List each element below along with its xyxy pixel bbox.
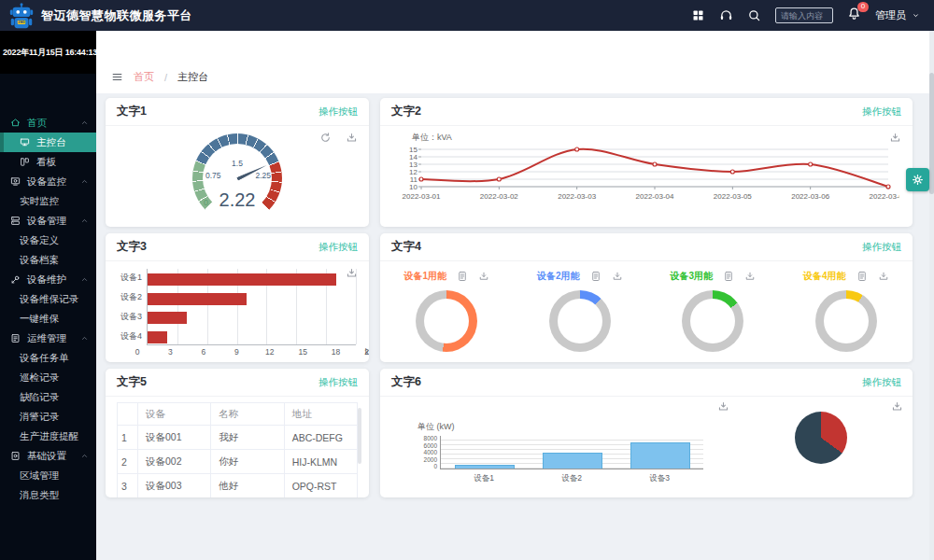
card3-action-button[interactable]: 操作按钮 <box>318 241 358 254</box>
donut-group-3: 设备3用能 <box>646 269 780 352</box>
sidebar-item-2-0[interactable]: 设备定义 <box>0 231 96 250</box>
bar-设备3 <box>630 442 690 469</box>
bar-chart-vertical: 80006000400020000 <box>417 436 703 469</box>
refresh-icon[interactable] <box>319 132 332 144</box>
table-cell: OPQ-RST <box>284 474 357 498</box>
sidebar-item-2-1[interactable]: 设备档案 <box>0 250 96 270</box>
card6-action-button[interactable]: 操作按钮 <box>862 376 901 389</box>
svg-text:2022-03-07: 2022-03-07 <box>870 192 899 201</box>
document-icon[interactable] <box>856 271 868 282</box>
sidebar-group-2[interactable]: 设备管理 <box>0 211 96 231</box>
download-icon[interactable] <box>612 271 623 282</box>
table-header: 名称 <box>211 403 284 426</box>
app-title: 智迈德智慧物联微服务平台 <box>41 7 192 24</box>
sidebar-item-1-0[interactable]: 实时监控 <box>0 191 96 211</box>
document-icon[interactable] <box>723 271 734 282</box>
bar-category-label: 设备4 <box>115 330 142 343</box>
card5-title: 文字5 <box>117 374 147 390</box>
card-text2: 文字2 操作按钮 单位：kVA 1011121314152022-03-0120… <box>380 98 913 227</box>
sidebar-menu: 首页主控台看板设备监控实时监控设备管理设备定义设备档案设备维护设备维保记录一键维… <box>0 113 96 505</box>
table-cell: 2 <box>118 450 138 474</box>
sidebar-group-4[interactable]: 运维管理 <box>0 329 96 348</box>
card4-action-button[interactable]: 操作按钮 <box>862 241 901 254</box>
sidebar-item-3-0[interactable]: 设备维保记录 <box>0 289 96 309</box>
line-chart: 1011121314152022-03-012022-03-022022-03-… <box>388 144 899 205</box>
bar-设备1 <box>455 465 515 469</box>
table-cell: 你好 <box>211 450 284 474</box>
sidebar-item-5-0[interactable]: 区域管理 <box>0 466 96 485</box>
sidebar-item-3-1[interactable]: 一键维保 <box>0 309 96 329</box>
table-cell: 设备001 <box>138 426 211 450</box>
gear-icon <box>911 173 925 187</box>
sidebar-group-5[interactable]: 基础设置 <box>0 446 96 466</box>
user-menu[interactable]: 管理员 <box>875 8 921 22</box>
table-cell: 他好 <box>211 474 284 498</box>
table-cell: 设备003 <box>138 474 211 498</box>
card5-action-button[interactable]: 操作按钮 <box>318 376 358 389</box>
sidebar-item-4-1[interactable]: 巡检记录 <box>0 368 96 387</box>
download-icon[interactable] <box>744 271 756 282</box>
table-header: 地址 <box>284 403 357 426</box>
download-icon[interactable] <box>478 271 489 282</box>
robot-logo-icon: ZMD <box>7 2 35 30</box>
sidebar-item-4-2[interactable]: 缺陷记录 <box>0 387 96 407</box>
notifications[interactable]: 0 <box>847 7 861 24</box>
breadcrumb-current: 主控台 <box>177 70 208 84</box>
chevron-up-icon <box>80 334 89 343</box>
sidebar-item-0-1[interactable]: 看板 <box>0 152 96 172</box>
download-icon[interactable] <box>346 132 358 144</box>
document-icon[interactable] <box>457 271 468 282</box>
table-cell: ABC-DEFG <box>284 426 357 450</box>
search-input[interactable] <box>775 7 833 23</box>
x-axis-labels: 设备1设备2设备3 <box>440 473 703 484</box>
table-cell: 我好 <box>211 426 284 450</box>
bar-设备4 <box>148 331 167 343</box>
download-icon[interactable] <box>346 267 358 279</box>
sidebar-item-4-0[interactable]: 设备任务单 <box>0 348 96 368</box>
donut-label: 设备1用能 <box>403 270 446 283</box>
card6-title: 文字6 <box>391 374 421 390</box>
table-cell: 3 <box>118 474 138 498</box>
table-header <box>118 403 138 426</box>
table-row: 3设备003他好OPQ-RST <box>118 474 358 498</box>
sidebar: 2022年11月15日 16:44:13 首页主控台看板设备监控实时监控设备管理… <box>0 31 96 560</box>
sidebar-group-3[interactable]: 设备维护 <box>0 270 96 289</box>
search-icon[interactable] <box>747 8 761 22</box>
headset-icon[interactable] <box>719 8 733 22</box>
scrollbar-thumb[interactable] <box>929 73 934 194</box>
dashboard-grid: 文字1 操作按钮 1.5 0.75 2.25 0 3 <box>96 93 934 497</box>
download-icon[interactable] <box>891 400 903 413</box>
sidebar-item-5-1[interactable]: 消息类型 <box>0 485 96 505</box>
download-icon[interactable] <box>717 400 729 413</box>
table-row: 1设备001我好ABC-DEFG <box>118 426 358 450</box>
notification-badge: 0 <box>857 2 869 12</box>
sidebar-datetime: 2022年11月15日 16:44:13 <box>0 31 96 74</box>
download-icon[interactable] <box>889 132 901 144</box>
hamburger-icon[interactable] <box>111 71 123 83</box>
card-text6: 文字6 操作按钮 单位 (kW) 80006000400020000 设备1设备… <box>380 369 913 497</box>
sidebar-item-0-0[interactable]: 主控台 <box>0 133 96 152</box>
card2-action-button[interactable]: 操作按钮 <box>862 105 901 119</box>
sidebar-item-4-4[interactable]: 生产进度提醒 <box>0 427 96 446</box>
device-icon <box>10 216 21 226</box>
chevron-down-icon <box>911 10 921 21</box>
sidebar-item-4-3[interactable]: 消警记录 <box>0 407 96 427</box>
card1-action-button[interactable]: 操作按钮 <box>318 105 358 119</box>
table-scrollbar[interactable] <box>358 408 361 464</box>
download-icon[interactable] <box>878 271 889 282</box>
table-cell: 1 <box>118 426 138 450</box>
document-icon[interactable] <box>590 271 601 282</box>
donut-chart <box>549 290 611 352</box>
main-area: 首页 / 主控台 文字1 操作按钮 <box>96 31 934 560</box>
svg-text:11: 11 <box>410 175 418 184</box>
sidebar-group-0[interactable]: 首页 <box>0 113 96 133</box>
apps-grid-icon[interactable] <box>691 8 705 22</box>
svg-text:2022-03-01: 2022-03-01 <box>403 192 441 201</box>
donut-label: 设备4用能 <box>803 270 846 283</box>
sidebar-group-1[interactable]: 设备监控 <box>0 172 96 191</box>
home-icon <box>10 118 21 128</box>
settings-fab[interactable] <box>906 168 929 191</box>
breadcrumb-home[interactable]: 首页 <box>134 70 154 84</box>
gauge-value: 2.22 <box>181 189 293 211</box>
bar-category-label: 设备1 <box>115 272 142 284</box>
